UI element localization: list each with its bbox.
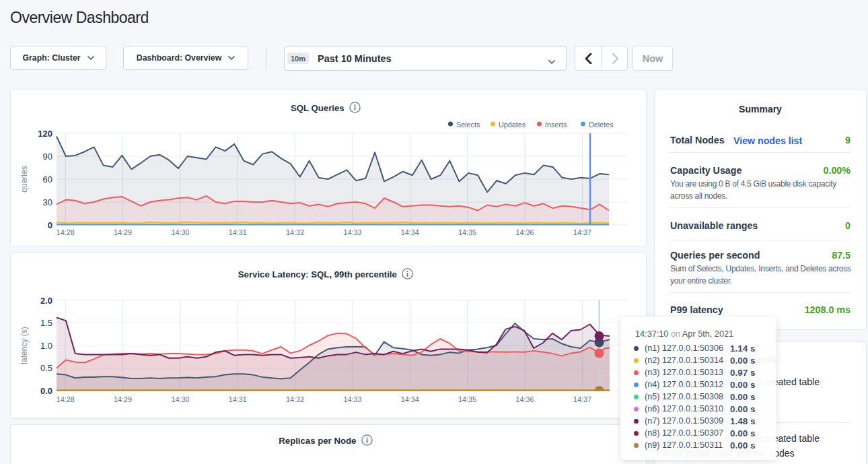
svg-text:14:34: 14:34 — [401, 228, 419, 236]
svg-text:0: 0 — [48, 220, 52, 230]
svg-text:14:35: 14:35 — [458, 395, 476, 403]
svg-text:120: 120 — [38, 129, 52, 139]
svg-text:2.0: 2.0 — [40, 296, 52, 306]
svg-text:14:36: 14:36 — [515, 395, 534, 403]
svg-text:30: 30 — [43, 197, 52, 207]
svg-text:1.5: 1.5 — [40, 318, 52, 328]
svg-text:0.5: 0.5 — [40, 363, 52, 373]
svg-text:Deletes: Deletes — [589, 121, 614, 129]
svg-text:Updates: Updates — [499, 121, 526, 129]
svg-text:14:30: 14:30 — [171, 395, 189, 403]
svg-text:Selects: Selects — [456, 121, 480, 129]
svg-text:14:32: 14:32 — [286, 228, 304, 236]
svg-text:14:33: 14:33 — [343, 395, 361, 403]
svg-text:14:30: 14:30 — [171, 228, 189, 236]
svg-text:latency (s): latency (s) — [20, 327, 29, 364]
svg-text:1.0: 1.0 — [40, 341, 52, 351]
svg-text:Inserts: Inserts — [545, 121, 567, 129]
svg-text:0.0: 0.0 — [40, 386, 52, 396]
svg-text:14:37: 14:37 — [573, 228, 591, 236]
svg-text:14:31: 14:31 — [229, 228, 247, 236]
svg-text:queries: queries — [20, 166, 29, 192]
svg-text:60: 60 — [43, 174, 52, 185]
svg-text:14:28: 14:28 — [57, 228, 75, 236]
svg-text:14:28: 14:28 — [57, 395, 75, 403]
svg-text:14:36: 14:36 — [515, 228, 534, 236]
svg-text:90: 90 — [43, 152, 52, 162]
svg-text:14:37: 14:37 — [573, 395, 591, 403]
svg-text:14:31: 14:31 — [229, 395, 247, 403]
svg-text:14:32: 14:32 — [286, 395, 304, 403]
svg-text:14:29: 14:29 — [114, 228, 132, 236]
svg-text:14:35: 14:35 — [458, 228, 476, 236]
svg-text:14:29: 14:29 — [114, 395, 132, 403]
svg-text:14:34: 14:34 — [401, 395, 419, 403]
svg-text:14:33: 14:33 — [343, 228, 361, 236]
